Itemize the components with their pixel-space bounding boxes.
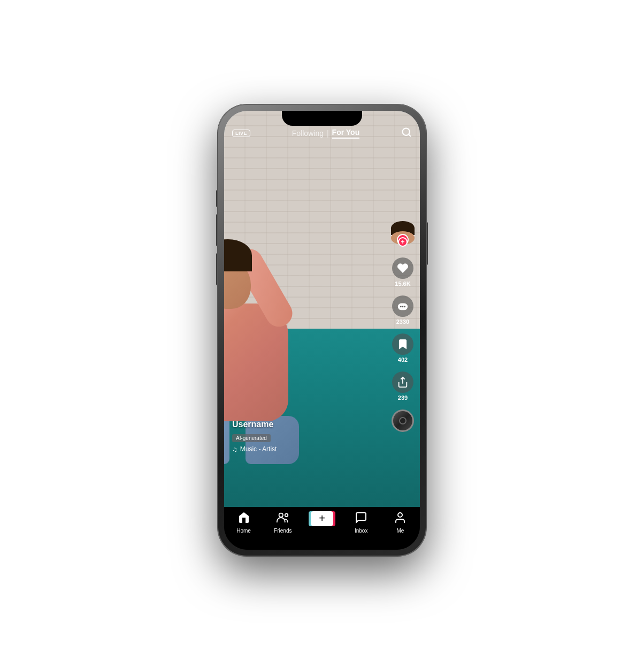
music-note-icon: ♫ [232, 445, 237, 453]
video-content-info: Username AI-generated ♫ Music - Artist [232, 420, 382, 453]
svg-point-7 [402, 306, 404, 307]
like-icon [392, 257, 413, 279]
power-button[interactable] [426, 222, 428, 265]
nav-item-inbox[interactable]: Inbox [345, 511, 377, 534]
video-background[interactable]: LIVE Following | For You [224, 111, 420, 507]
search-icon[interactable] [401, 127, 412, 140]
profile-icon [394, 511, 407, 526]
svg-point-8 [404, 306, 405, 307]
nav-tabs: Following | For You [292, 128, 359, 139]
inbox-icon [355, 511, 367, 526]
inbox-label: Inbox [355, 528, 367, 534]
following-tab[interactable]: Following [292, 129, 324, 138]
hair [224, 239, 252, 271]
create-button[interactable]: + [311, 511, 333, 526]
music-text: Music - Artist [240, 445, 277, 453]
home-label: Home [236, 528, 251, 534]
comment-count: 2330 [396, 318, 409, 325]
ai-generated-badge: AI-generated [232, 434, 271, 442]
bookmark-count: 402 [398, 356, 408, 363]
music-disc [392, 409, 414, 432]
live-badge[interactable]: LIVE [232, 130, 250, 137]
music-info[interactable]: ♫ Music - Artist [232, 445, 382, 453]
share-action[interactable]: 239 [392, 371, 413, 401]
creator-username[interactable]: Username [232, 420, 382, 429]
svg-point-6 [400, 306, 402, 307]
nav-item-home[interactable]: Home [228, 511, 260, 534]
like-count: 15.6K [395, 280, 410, 287]
nav-item-create[interactable]: + [306, 511, 338, 526]
comment-icon [392, 295, 413, 317]
svg-line-1 [409, 134, 411, 136]
svg-point-10 [279, 513, 282, 517]
me-label: Me [396, 528, 404, 534]
plus-icon: + [311, 511, 333, 526]
home-icon [237, 511, 250, 526]
share-count: 239 [398, 395, 408, 401]
share-icon [392, 371, 413, 393]
nav-item-profile[interactable]: Me [384, 511, 416, 534]
notch [282, 111, 362, 126]
tab-divider: | [327, 129, 329, 138]
top-navigation: LIVE Following | For You [224, 127, 420, 140]
for-you-tab[interactable]: For You [332, 128, 360, 139]
right-action-bar: + 15.6K [391, 221, 415, 432]
comment-action[interactable]: 2330 [392, 295, 413, 325]
bookmark-icon [392, 333, 413, 355]
like-action[interactable]: 15.6K [392, 257, 413, 287]
phone-screen: LIVE Following | For You [224, 111, 420, 550]
svg-point-12 [398, 513, 402, 517]
bottom-navigation: Home Friends + [224, 507, 420, 550]
phone-device: LIVE Following | For You [218, 104, 426, 556]
follow-plus-button[interactable]: + [398, 237, 408, 247]
friends-label: Friends [274, 528, 292, 534]
friends-icon [276, 511, 290, 526]
creator-avatar[interactable]: + [391, 221, 415, 245]
bookmark-action[interactable]: 402 [392, 333, 413, 363]
svg-point-11 [285, 513, 288, 517]
nav-item-friends[interactable]: Friends [267, 511, 299, 534]
